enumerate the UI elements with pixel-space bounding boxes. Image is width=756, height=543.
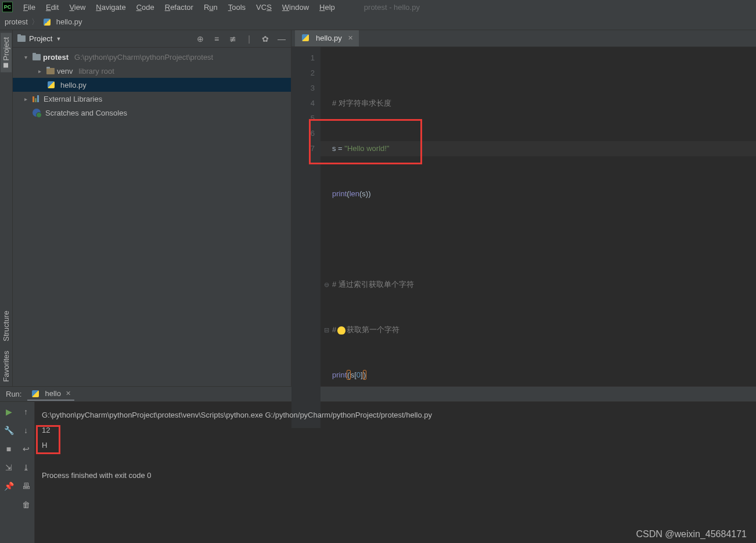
close-icon[interactable]: ✕ [348, 34, 353, 42]
tree-root-label: protest [43, 53, 69, 62]
menu-view[interactable]: View [64, 2, 90, 13]
run-panel: Run: hello ✕ ▶ 🔧 ■ ⇲ 📌 ↑ ↓ ↩ ⤓ 🖶 🗑 G:\py… [0, 386, 756, 543]
menu-window[interactable]: Window [278, 2, 314, 13]
fold-icon[interactable]: ⊖ [324, 277, 329, 292]
menu-refactor[interactable]: Refactor [160, 2, 198, 13]
menu-tools[interactable]: Tools [224, 2, 250, 13]
libraries-icon [33, 95, 39, 102]
editor-tabs: hello.py ✕ [291, 30, 756, 47]
console-exit: Process finished with exit code 0 [42, 468, 749, 483]
line-gutter: 1234567 [291, 47, 321, 428]
print-icon[interactable]: 🖶 [21, 481, 31, 491]
chevron-down-icon: ▼ [56, 36, 61, 42]
menu-help[interactable]: Help [315, 2, 340, 13]
tree-root[interactable]: ▾ protest G:\python\pyCharm\pythonProjec… [13, 50, 291, 64]
app-icon: PC [2, 2, 13, 12]
close-icon[interactable]: ✕ [66, 390, 71, 397]
python-icon [46, 80, 56, 89]
menu-file[interactable]: File [19, 2, 40, 13]
tree-file-label: hello.py [60, 81, 87, 89]
console-line: 12 [42, 423, 749, 438]
project-panel-header: Project ▼ ⊕ ≡ ≢ | ✿ — [13, 30, 291, 48]
project-panel-title[interactable]: Project ▼ [17, 34, 61, 43]
project-tree: ▾ protest G:\python\pyCharm\pythonProjec… [13, 48, 291, 386]
tree-file-hello[interactable]: hello.py [13, 78, 291, 92]
tree-venv[interactable]: ▸ venv library root [13, 64, 291, 78]
menu-code[interactable]: Code [132, 2, 159, 13]
console-cmd: G:\python\pyCharm\pythonProject\protest\… [42, 408, 749, 423]
tree-scratches[interactable]: Scratches and Consoles [13, 106, 291, 120]
run-config-tab[interactable]: hello ✕ [27, 388, 74, 401]
scroll-end-icon[interactable]: ⤓ [21, 462, 31, 473]
python-icon [301, 33, 310, 42]
scratches-icon [33, 109, 41, 117]
console-line: H [42, 438, 749, 453]
chevron-right-icon: ▸ [38, 68, 44, 74]
sidebar-tab-favorites[interactable]: Favorites [1, 346, 12, 386]
folder-icon [33, 54, 41, 60]
trash-icon[interactable]: 🗑 [21, 499, 31, 510]
window-title: protest - hello.py [364, 3, 420, 12]
menu-edit[interactable]: Edit [41, 2, 63, 13]
tree-ext-libs-label: External Libraries [44, 95, 102, 103]
menu-run[interactable]: Run [199, 2, 222, 13]
up-icon[interactable]: ↑ [21, 407, 31, 417]
menubar: PC File Edit View Navigate Code Refactor… [0, 0, 756, 14]
soft-wrap-icon[interactable]: ↩ [21, 444, 31, 454]
collapse-all-icon[interactable]: ≢ [228, 34, 237, 44]
dump-icon[interactable]: ⇲ [3, 462, 14, 473]
wrench-icon[interactable]: 🔧 [3, 425, 14, 436]
pin-icon[interactable]: 📌 [3, 481, 14, 491]
menu-vcs[interactable]: VCS [251, 2, 276, 13]
editor-tab-hello[interactable]: hello.py ✕ [295, 30, 359, 46]
breadcrumb-sep: 〉 [31, 17, 39, 27]
breadcrumb: protest 〉 hello.py [0, 14, 756, 30]
hide-panel-icon[interactable]: — [277, 34, 286, 44]
run-tools-col-2: ↑ ↓ ↩ ⤓ 🖶 🗑 [17, 402, 35, 543]
folder-icon [17, 35, 26, 42]
run-config-label: hello [45, 389, 60, 398]
code-editor[interactable]: 1234567 # 对字符串求长度 s = "Hello world!" pri… [291, 47, 756, 428]
breadcrumb-file[interactable]: hello.py [56, 17, 82, 26]
divider: | [244, 34, 254, 44]
python-icon [42, 17, 52, 27]
run-tools-col-1: ▶ 🔧 ■ ⇲ 📌 [0, 402, 17, 543]
rerun-icon[interactable]: ▶ [3, 407, 14, 417]
run-label: Run: [6, 390, 21, 398]
code-area[interactable]: # 对字符串求长度 s = "Hello world!" print(len(s… [321, 47, 756, 428]
expand-all-icon[interactable]: ≡ [212, 34, 221, 44]
gear-icon[interactable]: ✿ [261, 34, 270, 44]
folder-icon [46, 68, 55, 74]
sidebar-tab-project[interactable]: Project [1, 33, 12, 72]
menu-navigate[interactable]: Navigate [91, 2, 130, 13]
editor: hello.py ✕ 1234567 # 对字符串求长度 s = "Hello … [291, 30, 756, 386]
stop-icon[interactable]: ■ [3, 444, 14, 454]
main-area: Project Structure Favorites Project ▼ ⊕ … [0, 30, 756, 386]
project-panel-tools: ⊕ ≡ ≢ | ✿ — [196, 34, 286, 44]
tree-venv-tag: library root [78, 67, 114, 75]
tree-external-libs[interactable]: ▸ External Libraries [13, 92, 291, 106]
console-output[interactable]: G:\python\pyCharm\pythonProject\protest\… [35, 402, 756, 543]
down-icon[interactable]: ↓ [21, 425, 31, 436]
left-tool-gutter: Project Structure Favorites [0, 30, 13, 386]
editor-tab-label: hello.py [316, 34, 342, 42]
breadcrumb-project[interactable]: protest [5, 17, 28, 26]
bulb-icon[interactable] [337, 326, 345, 335]
project-panel-label: Project [29, 34, 52, 43]
tree-root-path: G:\python\pyCharm\pythonProject\protest [74, 53, 213, 62]
sidebar-tab-structure[interactable]: Structure [1, 306, 12, 346]
locate-icon[interactable]: ⊕ [196, 34, 205, 44]
tree-scratches-label: Scratches and Consoles [45, 109, 127, 117]
tree-venv-label: venv [57, 67, 73, 75]
watermark: CSDN @weixin_45684171 [636, 529, 747, 540]
project-panel: Project ▼ ⊕ ≡ ≢ | ✿ — ▾ protest G:\pytho… [13, 30, 291, 386]
python-icon [31, 389, 40, 398]
chevron-right-icon: ▸ [24, 96, 30, 102]
fold-icon[interactable]: ⊟ [324, 322, 329, 337]
run-body: ▶ 🔧 ■ ⇲ 📌 ↑ ↓ ↩ ⤓ 🖶 🗑 G:\python\pyCharm\… [0, 402, 756, 543]
chevron-down-icon: ▾ [24, 54, 30, 60]
